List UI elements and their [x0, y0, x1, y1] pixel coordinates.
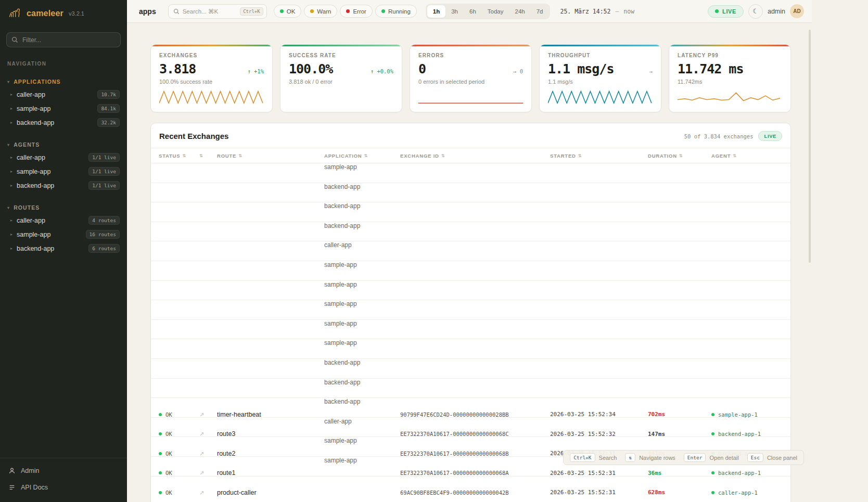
item-badge: 1/1 live: [88, 153, 120, 162]
open-detail-icon[interactable]: ↗: [199, 490, 204, 496]
stat-value: 100.0%: [289, 61, 333, 76]
shortcut-hint: ⇅Navigate rows: [625, 453, 675, 462]
table-row[interactable]: OK↗route3backend-appEE7322370A10617-0000…: [151, 183, 790, 203]
column-label: STARTED: [550, 153, 576, 159]
theme-toggle-button[interactable]: ☾: [748, 4, 763, 19]
time-range-3h[interactable]: 3h: [445, 5, 464, 18]
time-display: 25. März 14:52 — now: [560, 8, 634, 15]
status-cell: OK: [159, 450, 199, 457]
column-header-duration[interactable]: DURATION⇅: [648, 153, 711, 159]
sidebar-item-sample-app[interactable]: ▸sample-app84.1k: [0, 101, 127, 115]
admin-label: Admin: [21, 467, 39, 474]
sidebar-item-api-docs[interactable]: API Docs: [0, 479, 127, 496]
sparkline-success: [289, 88, 393, 105]
column-header-application[interactable]: APPLICATION⇅: [324, 153, 400, 159]
sidebar-item-sample-app[interactable]: ▸sample-app1/1 live: [0, 164, 127, 178]
item-label: backend-app: [17, 245, 84, 252]
shortcut-hint: Ctrl+KSearch: [570, 453, 617, 462]
avatar[interactable]: AD: [790, 4, 804, 18]
sidebar-item-backend-app[interactable]: ▸backend-app32.2k: [0, 115, 127, 130]
stat-subtitle: 11.742ms: [678, 79, 782, 85]
exchange-count: 50 of 3.834 exchanges: [684, 133, 754, 139]
open-cell: ↗: [199, 411, 217, 418]
table-row[interactable]: OK↗timer-heartbeatsample-app90799F47E6CD…: [151, 163, 790, 183]
table-row[interactable]: OK↗route2backend-appEE7322370A10617-0000…: [151, 379, 790, 398]
navigation-caption: NAVIGATION: [7, 61, 120, 67]
column-header-route[interactable]: ROUTE⇅: [217, 153, 324, 159]
time-range-6h[interactable]: 6h: [464, 5, 482, 18]
table-row[interactable]: OK↗data-gen-orderssample-app90799F47E6CD…: [151, 281, 790, 301]
table-row[interactable]: OK↗product-callercaller-app69AC90BF8EBC4…: [151, 241, 790, 261]
status-filter-running[interactable]: Running: [375, 5, 417, 18]
column-header-status[interactable]: STATUS⇅: [159, 153, 199, 159]
sort-icon: ⇅: [441, 153, 445, 158]
admin-icon: [8, 467, 16, 474]
item-label: sample-app: [17, 168, 84, 175]
stat-title: EXCHANGES: [159, 53, 264, 58]
table-title: Recent Exchanges: [159, 132, 228, 140]
table-row[interactable]: OK↗data-gen-nested-splitsample-app90799F…: [151, 339, 790, 359]
column-header-open[interactable]: ⇅: [199, 153, 217, 158]
search-icon: [11, 36, 18, 43]
chevron-right-icon: ▸: [10, 183, 12, 188]
open-detail-icon[interactable]: ↗: [199, 470, 204, 476]
filter-label: Running: [388, 8, 411, 15]
item-badge: 1/1 live: [88, 181, 120, 190]
open-detail-icon[interactable]: ↗: [199, 411, 204, 418]
global-search[interactable]: Ctrl+K: [168, 4, 267, 19]
search-input[interactable]: [183, 8, 237, 15]
chevron-right-icon: ▸: [10, 169, 12, 174]
sidebar-item-sample-app[interactable]: ▸sample-app16 routes: [0, 227, 127, 241]
live-toggle[interactable]: LIVE: [708, 5, 744, 18]
column-header-agent[interactable]: AGENT⇅: [711, 153, 790, 159]
sidebar-item-caller-app[interactable]: ▸caller-app10.7k: [0, 87, 127, 101]
item-label: backend-app: [17, 182, 84, 189]
filter-label: OK: [287, 8, 296, 15]
item-label: caller-app: [17, 154, 84, 161]
sidebar-footer: Admin API Docs: [0, 458, 127, 502]
table-row[interactable]: OK↗timer-heartbeatsample-app90799F47E6CD…: [151, 320, 790, 340]
time-range-today[interactable]: Today: [482, 5, 509, 18]
shortcut-hint: EnterOpen detail: [684, 453, 739, 462]
status-filter-error[interactable]: Error: [340, 5, 373, 18]
time-range-7d[interactable]: 7d: [531, 5, 549, 18]
column-label: AGENT: [711, 153, 731, 159]
open-detail-icon[interactable]: ↗: [199, 431, 204, 437]
time-range-1h[interactable]: 1h: [427, 5, 445, 18]
open-detail-icon[interactable]: ↗: [199, 450, 204, 457]
item-badge: 32.2k: [97, 118, 120, 127]
section-header-routes[interactable]: ▾ROUTES: [0, 201, 127, 213]
time-value: 25. März 14:52: [560, 8, 610, 15]
table-row[interactable]: OK↗error-handling-testsample-app90799F47…: [151, 300, 790, 320]
status-cell: OK: [159, 411, 199, 418]
sidebar-item-caller-app[interactable]: ▸caller-app4 routes: [0, 213, 127, 227]
section-header-agents[interactable]: ▾AGENTS: [0, 138, 127, 150]
table-row[interactable]: OK↗route1backend-appEE7322370A10617-0000…: [151, 222, 790, 242]
section-header-applications[interactable]: ▾APPLICATIONS: [0, 75, 127, 87]
filter-input[interactable]: [6, 32, 121, 47]
column-header-started[interactable]: STARTED⇅: [550, 153, 648, 159]
sidebar-item-caller-app[interactable]: ▸caller-app1/1 live: [0, 150, 127, 164]
status-filter-ok[interactable]: OK: [274, 5, 302, 18]
stat-subtitle: 100.0% success rate: [159, 79, 264, 85]
table-row[interactable]: OK↗timer-heartbeatsample-app90799F47E6CD…: [151, 261, 790, 281]
table-row[interactable]: OK↗route2backend-appEE7322370A10617-0000…: [151, 202, 790, 222]
time-range-24h[interactable]: 24h: [509, 5, 530, 18]
item-badge: 4 routes: [88, 216, 120, 225]
stat-card-throughput: THROUGHPUT 1.1 msg/s → 1.1 msg/s: [539, 44, 661, 112]
status-dot: [159, 452, 162, 455]
status-filter-warn[interactable]: Warn: [304, 5, 337, 18]
sidebar-item-backend-app[interactable]: ▸backend-app1/1 live: [0, 178, 127, 192]
column-label: STATUS: [159, 153, 180, 159]
sidebar-item-admin[interactable]: Admin: [0, 462, 127, 479]
table-live-badge[interactable]: LIVE: [758, 131, 782, 141]
table-row[interactable]: OK↗route3backend-appEE7322370A10617-0000…: [151, 359, 790, 379]
column-header-exchange-id[interactable]: EXCHANGE ID⇅: [400, 153, 550, 159]
chevron-right-icon: ▸: [10, 246, 12, 251]
search-shortcut-chip: Ctrl+K: [240, 7, 263, 16]
sidebar-item-backend-app[interactable]: ▸backend-app6 routes: [0, 241, 127, 255]
column-label: ROUTE: [217, 153, 236, 159]
column-label: EXCHANGE ID: [400, 153, 439, 159]
scrollbar-thumb[interactable]: [809, 30, 811, 263]
status-dot: [381, 9, 385, 13]
